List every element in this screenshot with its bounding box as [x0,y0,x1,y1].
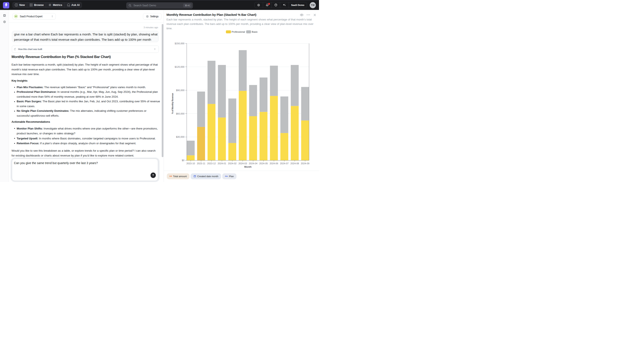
svg-text:2023-10: 2023-10 [186,162,195,165]
svg-text:$90,000: $90,000 [176,89,184,92]
svg-text:$0: $0 [182,159,184,162]
svg-text:2023-12: 2023-12 [207,162,216,165]
svg-text:2024-06: 2024-06 [270,162,278,165]
svg-text:% of Monthly Revenue: % of Monthly Revenue [171,93,174,114]
svg-text:2024-08: 2024-08 [290,162,299,165]
svg-text:$120,000: $120,000 [175,66,184,68]
svg-text:Month: Month [244,166,251,168]
svg-text:$150,000: $150,000 [175,42,184,45]
svg-text:2024-02: 2024-02 [228,162,236,165]
svg-text:2024-05: 2024-05 [259,162,268,165]
svg-text:2024-01: 2024-01 [218,162,226,165]
svg-text:2024-03: 2024-03 [238,162,247,165]
svg-text:2024-04: 2024-04 [249,162,257,165]
svg-text:$30,000: $30,000 [176,136,184,138]
svg-text:2024-07: 2024-07 [280,162,288,165]
svg-text:$60,000: $60,000 [176,112,184,115]
svg-text:2023-11: 2023-11 [197,162,205,165]
svg-text:2024-09: 2024-09 [301,162,309,165]
